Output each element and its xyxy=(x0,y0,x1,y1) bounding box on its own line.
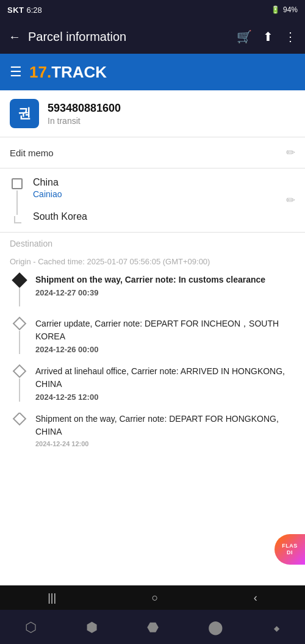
page-title: Parcel information xyxy=(28,30,229,44)
timeline-event-title: Shipment on the way, Carrier note: In cu… xyxy=(35,273,295,286)
status-bar: SKT 6:28 🔋 94% xyxy=(0,0,305,20)
timeline-connector xyxy=(19,331,20,354)
route-vert-line xyxy=(16,190,18,215)
diamond-filled-icon xyxy=(12,272,27,288)
route-destination: South Korea xyxy=(33,208,278,222)
bottom-nav-icon-1: ⬡ xyxy=(25,620,37,635)
logo-dot: . xyxy=(47,63,51,82)
cart-icon[interactable]: 🛒 xyxy=(237,29,252,44)
timeline-item: Shipment on the way, Carrier note: In cu… xyxy=(12,273,295,306)
timeline-item: Carrier update, Carrier note: DEPART FOR… xyxy=(12,317,295,354)
parcel-status: In transit xyxy=(48,116,295,126)
cache-info: Origin - Cached time: 2025-01-07 05:56:0… xyxy=(10,257,295,266)
timeline-marker-3 xyxy=(12,365,27,402)
more-icon[interactable]: ⋮ xyxy=(284,29,296,44)
timeline-event-date: 2024-12-27 00:39 xyxy=(35,288,295,297)
route-text: China Cainiao South Korea xyxy=(33,177,278,222)
battery-icon: 🔋 xyxy=(271,5,280,14)
parcel-info: 593480881600 In transit xyxy=(48,102,295,126)
edit-memo-label: Edit memo xyxy=(10,148,54,158)
diamond-empty-icon xyxy=(13,317,27,331)
timeline-content-1: Shipment on the way, Carrier note: In cu… xyxy=(35,273,295,306)
bottom-nav-icon-2: ⬢ xyxy=(86,620,98,635)
parcel-icon-text: 권 xyxy=(18,104,31,123)
bottom-nav-item-1[interactable]: ⬡ xyxy=(25,620,37,635)
edit-memo-row[interactable]: Edit memo ✏ xyxy=(0,137,305,168)
content-scroll: 권 593480881600 In transit Edit memo ✏ Ch… xyxy=(0,90,305,519)
route-origin-country: China xyxy=(33,177,278,188)
timeline-content-4: Shipment on the way, Carrier note: DEPAR… xyxy=(35,413,295,447)
track-logo: 17 . TRACK xyxy=(29,63,107,82)
share-icon[interactable]: ⬆ xyxy=(263,29,273,44)
bottom-nav: ⬡ ⬢ ⬣ ⬤ ⬥ xyxy=(0,610,305,644)
bottom-nav-icon-3: ⬣ xyxy=(147,620,159,635)
nav-home-button[interactable]: ○ xyxy=(152,592,159,604)
tracking-section: Origin - Cached time: 2025-01-07 05:56:0… xyxy=(0,251,305,447)
nav-back-button[interactable]: ‹ xyxy=(254,592,257,604)
timeline-connector xyxy=(19,378,20,402)
bottom-nav-item-3[interactable]: ⬣ xyxy=(147,620,159,635)
timeline-event-title: Arrived at linehaul office, Carrier note… xyxy=(35,365,295,391)
nav-recent-button[interactable]: ||| xyxy=(48,592,56,604)
carrier-time: SKT xyxy=(7,5,24,15)
route-carrier[interactable]: Cainiao xyxy=(33,189,278,199)
destination-label: Destination xyxy=(0,233,305,251)
status-icons: 🔋 94% xyxy=(271,5,298,14)
parcel-number: 593480881600 xyxy=(48,102,295,115)
route-origin-dot xyxy=(12,178,23,189)
track-banner: ☰ 17 . TRACK xyxy=(0,54,305,90)
top-bar-actions: 🛒 ⬆ ⋮ xyxy=(237,29,296,44)
timeline-event-title: Carrier update, Carrier note: DEPART FOR… xyxy=(35,317,295,343)
bottom-nav-item-2[interactable]: ⬢ xyxy=(86,620,98,635)
route-corner xyxy=(14,216,21,223)
back-button[interactable]: ← xyxy=(9,30,21,44)
logo-17: 17 xyxy=(29,63,47,82)
bottom-nav-icon-5: ⬥ xyxy=(273,620,281,635)
timeline-content-2: Carrier update, Carrier note: DEPART FOR… xyxy=(35,317,295,354)
flash-badge[interactable]: FLASDI xyxy=(274,534,305,565)
timeline-marker-4 xyxy=(12,413,27,447)
parcel-icon: 권 xyxy=(10,99,39,128)
timeline-event-title: Shipment on the way, Carrier note: DEPAR… xyxy=(35,413,295,438)
diamond-empty-icon xyxy=(13,413,27,425)
nav-bar: ||| ○ ‹ xyxy=(0,585,305,610)
diamond-empty-icon xyxy=(13,364,27,378)
timeline-marker-2 xyxy=(12,317,27,354)
timeline-content-3: Arrived at linehaul office, Carrier note… xyxy=(35,365,295,402)
parcel-row: 권 593480881600 In transit xyxy=(0,90,305,137)
route-edit-icon[interactable]: ✏ xyxy=(286,194,295,207)
logo-track: TRACK xyxy=(51,63,107,82)
timeline-event-date: 2024-12-26 00:00 xyxy=(35,345,295,354)
timeline-item: Shipment on the way, Carrier note: DEPAR… xyxy=(12,413,295,447)
edit-memo-icon[interactable]: ✏ xyxy=(286,146,295,159)
bottom-nav-item-5[interactable]: ⬥ xyxy=(273,620,281,635)
status-time: 6:28 xyxy=(27,5,42,15)
flash-badge-text: FLASDI xyxy=(282,543,298,556)
menu-icon[interactable]: ☰ xyxy=(10,64,22,80)
bottom-nav-icon-4: ⬤ xyxy=(208,620,223,635)
route-section: China Cainiao South Korea ✏ xyxy=(0,168,305,233)
timeline-event-date: 2024-12-24 12:00 xyxy=(35,440,295,447)
timeline-connector xyxy=(19,288,20,306)
timeline-item: Arrived at linehaul office, Carrier note… xyxy=(12,365,295,402)
bottom-nav-item-4[interactable]: ⬤ xyxy=(208,620,223,635)
timeline: Shipment on the way, Carrier note: In cu… xyxy=(10,273,295,447)
timeline-event-date: 2024-12-25 12:00 xyxy=(35,393,295,402)
timeline-marker-1 xyxy=(12,273,27,306)
route-line xyxy=(10,177,24,223)
top-bar: ← Parcel information 🛒 ⬆ ⋮ xyxy=(0,20,305,54)
battery-percent: 94% xyxy=(283,5,298,14)
